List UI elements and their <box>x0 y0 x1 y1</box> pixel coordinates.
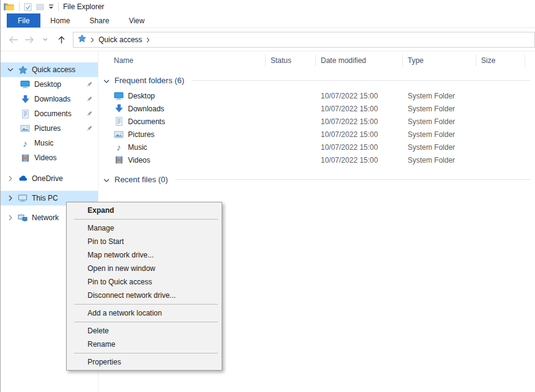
group-rule <box>175 179 530 180</box>
forward-button[interactable] <box>21 32 37 48</box>
column-header-size[interactable]: Size <box>476 54 525 67</box>
pictures-icon <box>20 124 30 133</box>
pin-icon <box>86 95 93 105</box>
menu-item-add-a-network-location[interactable]: Add a network location <box>67 306 222 320</box>
title-bar: File Explorer <box>1 0 535 13</box>
file-row-documents[interactable]: Documents 10/07/2022 15:00 System Folder <box>99 115 535 128</box>
music-icon: ♪ <box>20 138 30 148</box>
pin-icon <box>86 125 93 134</box>
breadcrumb-item[interactable]: Quick access <box>99 35 142 44</box>
file-name: Desktop <box>128 92 155 100</box>
file-status <box>266 153 316 166</box>
documents-icon <box>114 117 124 127</box>
file-date-modified: 10/07/2022 15:00 <box>316 153 403 166</box>
ribbon-tabs: File Home Share View <box>1 13 535 28</box>
app-folder-icon <box>4 2 15 11</box>
customize-quick-access-toolbar-icon[interactable] <box>48 4 54 9</box>
file-date-modified: 10/07/2022 15:00 <box>316 115 403 128</box>
menu-item-expand[interactable]: Expand <box>67 204 222 217</box>
menu-item-pin-to-quick-access[interactable]: Pin to Quick access <box>67 275 222 289</box>
videos-icon <box>20 153 30 163</box>
desktop-icon <box>114 91 124 101</box>
file-date-modified: 10/07/2022 15:00 <box>316 89 403 102</box>
tab-view[interactable]: View <box>119 13 154 28</box>
tab-file[interactable]: File <box>7 13 40 28</box>
sidebar-item-music[interactable]: ♪ Music <box>1 136 98 150</box>
file-row-music[interactable]: ♪ Music 10/07/2022 15:00 System Folder <box>99 141 535 153</box>
sidebar-item-documents[interactable]: Documents <box>1 106 98 121</box>
column-header-date-modified[interactable]: Date modified <box>316 54 403 67</box>
sidebar-item-label: This PC <box>32 194 58 202</box>
sidebar-item-label: OneDrive <box>32 174 63 183</box>
up-button[interactable] <box>53 32 69 48</box>
tab-home[interactable]: Home <box>40 13 80 28</box>
menu-item-open-in-new-window[interactable]: Open in new window <box>67 262 222 275</box>
file-row-videos[interactable]: Videos 10/07/2022 15:00 System Folder <box>99 153 535 166</box>
back-button[interactable] <box>6 32 21 48</box>
properties-icon[interactable] <box>24 3 32 11</box>
menu-item-delete[interactable]: Delete <box>67 324 222 338</box>
menu-item-map-network-drive[interactable]: Map network drive... <box>67 248 222 262</box>
sidebar-item-label: Pictures <box>34 124 61 133</box>
pictures-icon <box>114 130 124 139</box>
address-bar: Quick access <box>1 28 535 51</box>
sidebar-item-onedrive[interactable]: OneDrive <box>1 171 98 186</box>
sidebar-item-desktop[interactable]: Desktop <box>1 77 98 92</box>
menu-item-pin-to-start[interactable]: Pin to Start <box>67 235 222 248</box>
breadcrumb-chevron-icon[interactable] <box>146 34 150 45</box>
file-type: System Folder <box>403 115 476 128</box>
downloads-icon <box>20 94 30 104</box>
file-explorer-window: File Explorer File Home Share View <box>0 0 535 392</box>
file-type: System Folder <box>403 102 476 115</box>
downloads-icon <box>114 104 124 114</box>
column-header-name[interactable]: Name <box>99 54 266 67</box>
sidebar-item-label: Music <box>34 139 53 147</box>
sidebar-item-label: Videos <box>34 153 56 162</box>
quick-access-star-icon <box>78 34 86 45</box>
this-pc-icon <box>18 193 28 203</box>
sidebar-item-label: Desktop <box>34 80 61 89</box>
music-icon: ♪ <box>114 142 124 152</box>
file-row-desktop[interactable]: Desktop 10/07/2022 15:00 System Folder <box>99 89 535 102</box>
menu-item-rename[interactable]: Rename <box>67 338 222 351</box>
file-status <box>266 115 316 128</box>
chevron-down-icon[interactable] <box>103 76 110 85</box>
chevron-right-icon[interactable] <box>6 215 15 221</box>
group-rule <box>192 80 530 81</box>
group-header-frequent-folders[interactable]: Frequent folders (6) <box>103 73 530 87</box>
titlebar-separator <box>58 2 59 11</box>
titlebar-separator <box>19 2 20 11</box>
chevron-down-icon[interactable] <box>103 175 110 184</box>
menu-separator <box>74 322 218 322</box>
address-input[interactable]: Quick access <box>73 32 535 48</box>
sidebar-item-label: Network <box>32 213 59 222</box>
recent-locations-dropdown-icon[interactable] <box>37 32 53 48</box>
videos-icon <box>114 155 124 165</box>
breadcrumb-chevron-icon[interactable] <box>91 34 94 45</box>
file-status <box>266 89 316 102</box>
file-type: System Folder <box>403 128 476 141</box>
file-row-pictures[interactable]: Pictures 10/07/2022 15:00 System Folder <box>99 128 535 141</box>
file-status <box>266 141 316 153</box>
sidebar-item-downloads[interactable]: Downloads <box>1 92 98 106</box>
file-row-downloads[interactable]: Downloads 10/07/2022 15:00 System Folder <box>99 102 535 115</box>
menu-item-manage[interactable]: Manage <box>67 221 222 235</box>
file-date-modified: 10/07/2022 15:00 <box>316 102 403 115</box>
chevron-right-icon[interactable] <box>6 176 15 182</box>
chevron-right-icon[interactable] <box>6 195 15 201</box>
column-header-type[interactable]: Type <box>403 54 476 67</box>
menu-separator <box>74 219 218 220</box>
file-type: System Folder <box>403 141 476 153</box>
menu-item-disconnect-network-drive[interactable]: Disconnect network drive... <box>67 289 222 302</box>
new-folder-icon[interactable] <box>36 3 44 11</box>
group-header-recent-files[interactable]: Recent files (0) <box>103 172 530 186</box>
sidebar-item-pictures[interactable]: Pictures <box>1 121 98 136</box>
sidebar-item-videos[interactable]: Videos <box>1 150 98 165</box>
window-title: File Explorer <box>63 2 104 11</box>
sidebar-item-quick-access[interactable]: Quick access <box>1 62 98 77</box>
file-name: Documents <box>128 117 165 126</box>
column-header-status[interactable]: Status <box>266 54 316 67</box>
tab-share[interactable]: Share <box>80 13 119 28</box>
menu-item-properties[interactable]: Properties <box>67 355 222 369</box>
chevron-down-icon[interactable] <box>6 68 15 72</box>
